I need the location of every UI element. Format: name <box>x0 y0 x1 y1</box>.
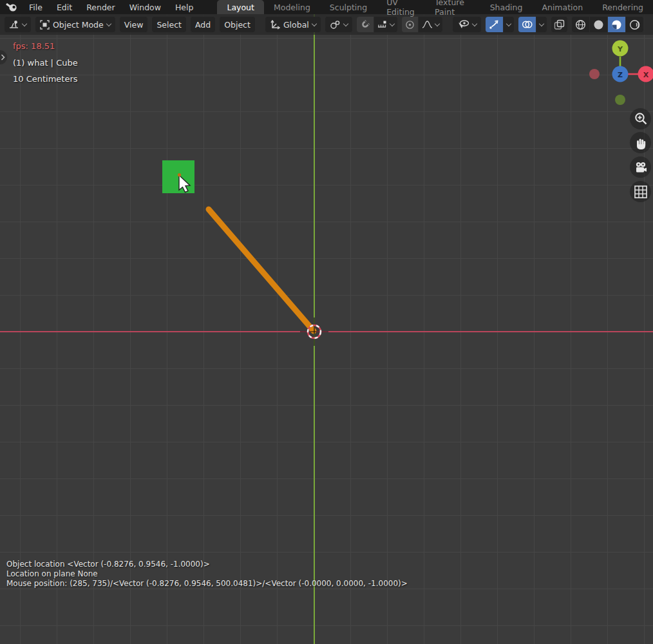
ortho-grid-icon <box>634 185 648 199</box>
zoom-icon <box>633 111 648 127</box>
solid-shading-icon <box>593 19 604 30</box>
orientation-axes-icon <box>270 20 280 30</box>
show-gizmo-toggle[interactable] <box>486 17 503 32</box>
editor-type-icon <box>9 20 19 29</box>
fps-counter: fps: 18.51 <box>13 41 55 51</box>
shading-mode-group <box>572 17 643 32</box>
blender-window: File Edit Render Window Help Layout Mode… <box>0 0 653 644</box>
object-menu[interactable]: Object <box>220 17 255 32</box>
chevron-down-icon <box>312 21 317 26</box>
viewport-header: Object Mode View Select Add Object Globa… <box>0 14 653 35</box>
material-shading-icon <box>611 19 622 30</box>
wireframe-shading-button[interactable] <box>572 17 589 32</box>
axis-y-label: Y <box>617 45 623 53</box>
chevron-down-icon <box>472 21 477 26</box>
tab-animation[interactable]: Animation <box>532 0 592 14</box>
rendered-shading-button[interactable] <box>626 17 643 32</box>
gizmo-settings-dropdown[interactable] <box>504 17 514 32</box>
wireframe-shading-icon <box>575 19 586 30</box>
axis-z-label: Z <box>618 71 623 79</box>
overlays-settings-dropdown[interactable] <box>536 17 547 32</box>
chevron-down-icon <box>435 21 440 26</box>
chevron-down-icon <box>343 21 348 26</box>
toolbar-expand-button[interactable] <box>0 50 7 64</box>
pan-hand-icon <box>633 135 648 151</box>
tab-uv-editing[interactable]: UV Editing <box>377 0 425 14</box>
menu-window[interactable]: Window <box>122 0 168 14</box>
object-visibility-icon <box>457 19 469 30</box>
orientation-label: Global <box>283 20 309 30</box>
menu-file[interactable]: File <box>22 0 50 14</box>
rendered-shading-icon <box>629 19 640 30</box>
orientation-dropdown[interactable]: Global <box>265 17 321 32</box>
tab-shading[interactable]: Shading <box>480 0 533 14</box>
navigation-gizmo[interactable]: Y X Z <box>576 35 653 113</box>
selected-plane-object[interactable] <box>162 160 194 193</box>
snap-toggle[interactable] <box>357 17 374 32</box>
select-menu[interactable]: Select <box>152 17 186 32</box>
show-overlays-toggle[interactable] <box>518 17 536 32</box>
object-location-readout: Object location <Vector (-0.8276, 0.9546… <box>6 560 210 569</box>
menu-edit[interactable]: Edit <box>50 0 79 14</box>
scene-info-text: (1) what | Cube <box>13 58 78 68</box>
chevron-down-icon <box>22 21 27 26</box>
overlays-group <box>518 17 547 32</box>
plane-location-readout: Location on plane None <box>6 569 98 578</box>
pivot-point-icon <box>330 20 341 30</box>
mouse-position-readout: Mouse position: (285, 735)/<Vector (-0.8… <box>6 579 408 588</box>
menu-render[interactable]: Render <box>79 0 122 14</box>
pan-button[interactable] <box>630 132 651 153</box>
magnet-icon <box>360 19 370 30</box>
blender-logo-icon[interactable] <box>0 0 22 14</box>
chevron-down-icon <box>506 21 511 26</box>
gizmo-group <box>486 17 514 32</box>
axis-minus-x-handle[interactable] <box>589 69 600 79</box>
chevron-down-icon <box>390 21 395 26</box>
tab-texture-paint[interactable]: Texture Paint <box>425 0 480 14</box>
object-mode-icon <box>40 20 50 30</box>
tab-layout[interactable]: Layout <box>217 0 264 14</box>
proportional-editing-toggle[interactable] <box>402 17 418 32</box>
gizmo-icon <box>489 19 500 30</box>
chevron-down-icon <box>539 21 544 26</box>
camera-view-icon <box>633 160 648 175</box>
y-axis-line <box>314 14 315 644</box>
mode-dropdown[interactable]: Object Mode <box>35 17 115 32</box>
material-shading-button[interactable] <box>608 17 625 32</box>
axis-x-label: X <box>643 71 649 79</box>
falloff-dropdown[interactable] <box>419 17 442 32</box>
chevron-down-icon <box>106 21 111 26</box>
chevron-right-icon <box>1 54 5 61</box>
solid-shading-button[interactable] <box>590 17 607 32</box>
overlays-icon <box>522 19 533 30</box>
falloff-curve-icon <box>422 20 433 29</box>
zoom-button[interactable] <box>630 108 651 129</box>
xray-icon <box>554 19 565 30</box>
viewport-annotations <box>0 0 653 644</box>
workspace-tabs: Layout Modeling Sculpting UV Editing Tex… <box>217 0 653 14</box>
ortho-toggle-button[interactable] <box>630 181 651 202</box>
add-menu[interactable]: Add <box>191 17 215 32</box>
tab-modeling[interactable]: Modeling <box>264 0 320 14</box>
mode-label: Object Mode <box>53 20 104 30</box>
editor-type-dropdown[interactable] <box>5 17 31 32</box>
snap-increment-icon <box>377 20 388 30</box>
snapping-group <box>357 17 397 32</box>
annotation-stroke <box>209 209 314 331</box>
grid-scale-text: 10 Centimeters <box>13 74 78 84</box>
snap-settings-dropdown[interactable] <box>374 17 397 32</box>
view-menu[interactable]: View <box>120 17 148 32</box>
proportional-edit-group <box>402 17 442 32</box>
pivot-point-dropdown[interactable] <box>325 17 352 32</box>
object-visibility-dropdown[interactable] <box>453 17 481 32</box>
menu-help[interactable]: Help <box>168 0 201 14</box>
proportional-editing-icon <box>405 20 415 30</box>
menubar: File Edit Render Window Help Layout Mode… <box>0 0 653 14</box>
camera-view-button[interactable] <box>630 156 651 178</box>
xray-toggle[interactable] <box>551 17 567 32</box>
tab-sculpting[interactable]: Sculpting <box>320 0 377 14</box>
tab-rendering[interactable]: Rendering <box>592 0 653 14</box>
axis-minus-y-handle[interactable] <box>615 95 625 105</box>
x-axis-line <box>0 331 653 332</box>
